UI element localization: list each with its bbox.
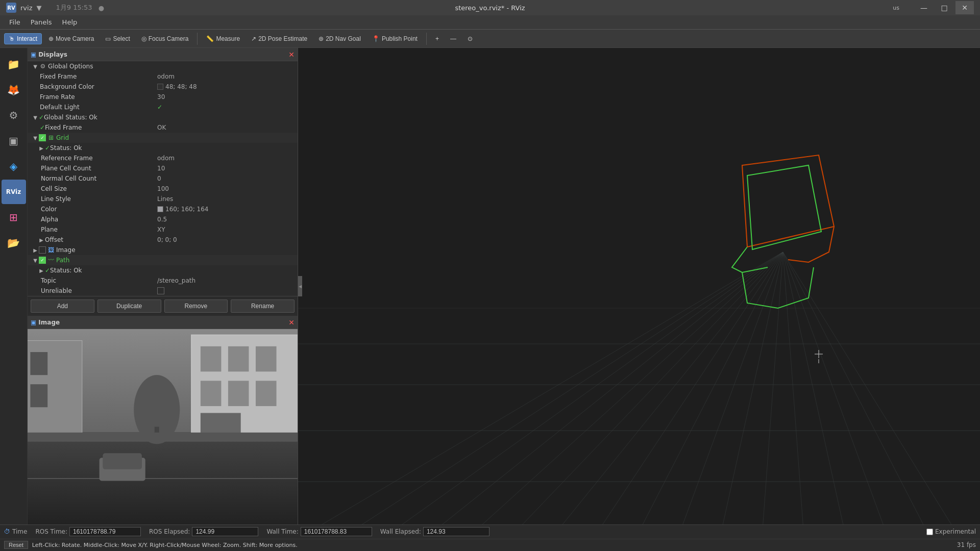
global-status-row[interactable]: ▼ ✓ Global Status: Ok	[28, 112, 298, 122]
grid-checkbox[interactable]: ✓	[39, 134, 46, 141]
interact-btn[interactable]: 🖱 Interact	[4, 33, 42, 44]
line-style-row[interactable]: Line Style Lines	[28, 194, 298, 204]
grid-arrow[interactable]: ▼	[32, 134, 39, 141]
tree-scroll[interactable]: ▼ ⚙ Global Options Fixed Frame	[28, 61, 298, 296]
sidebar-vscode[interactable]: ◈	[2, 154, 26, 179]
default-light-check[interactable]: ✓	[157, 104, 298, 111]
view-minus-btn[interactable]: —	[446, 33, 461, 44]
topic-row[interactable]: Topic /stereo_path	[28, 276, 298, 286]
view-reset-btn[interactable]: ⊙	[463, 33, 477, 44]
reset-btn[interactable]: Reset	[4, 541, 28, 549]
global-status-arrow[interactable]: ▼	[32, 114, 39, 121]
focus-camera-btn[interactable]: ◎ Focus Camera	[137, 33, 193, 44]
frame-rate-row[interactable]: Frame Rate 30	[28, 92, 298, 102]
default-light-row[interactable]: Default Light ✓	[28, 102, 298, 112]
frame-rate-value[interactable]: 30	[157, 93, 298, 101]
sidebar-files[interactable]: 📁	[2, 52, 26, 77]
wall-time-input[interactable]	[301, 527, 372, 536]
duplicate-btn[interactable]: Duplicate	[97, 299, 161, 313]
move-camera-btn[interactable]: ⊕ Move Camera	[44, 33, 99, 44]
global-options-arrow[interactable]: ▼	[32, 63, 39, 70]
grid-status-arrow[interactable]: ▶	[38, 144, 45, 152]
offset-arrow[interactable]: ▶	[38, 236, 45, 243]
remove-btn[interactable]: Remove	[164, 299, 228, 313]
offset-row[interactable]: ▶ Offset 0; 0; 0	[28, 235, 298, 245]
offset-value[interactable]: 0; 0; 0	[157, 236, 298, 243]
fixed-frame-status-row[interactable]: ✓ Fixed Frame OK	[28, 122, 298, 133]
cell-size-value[interactable]: 100	[157, 185, 298, 192]
bg-color-value[interactable]: 48; 48; 48	[157, 83, 298, 90]
toolbar-sep-1	[197, 33, 198, 45]
panel-collapse-handle[interactable]: ◀	[298, 276, 302, 296]
measure-btn[interactable]: 📏 Measure	[202, 33, 244, 44]
menu-file[interactable]: File	[4, 16, 26, 28]
maximize-btn[interactable]: □	[935, 1, 953, 14]
sidebar-settings[interactable]: ⚙	[2, 103, 26, 128]
fixed-frame-row[interactable]: Fixed Frame odom	[28, 71, 298, 82]
plane-label: Plane	[41, 226, 58, 233]
path-arrow[interactable]: ▼	[32, 257, 39, 264]
path-checkbox[interactable]: ✓	[39, 257, 46, 264]
wall-elapsed-input[interactable]	[423, 527, 489, 536]
menu-help[interactable]: Help	[57, 16, 83, 28]
path-status-row[interactable]: ▶ ✓ Status: Ok	[28, 265, 298, 276]
minimize-btn[interactable]: —	[915, 1, 933, 14]
topic-value[interactable]: /stereo_path	[157, 277, 298, 284]
displays-panel-close[interactable]: ✕	[288, 51, 295, 59]
ref-frame-row[interactable]: Reference Frame odom	[28, 153, 298, 163]
plane-cell-count-row[interactable]: Plane Cell Count 10	[28, 163, 298, 173]
grid-status-row[interactable]: ▶ ✓ Status: Ok	[28, 143, 298, 153]
alpha-value[interactable]: 0.5	[157, 216, 298, 223]
bg-color-row[interactable]: Background Color 48; 48; 48	[28, 82, 298, 92]
publish-point-btn[interactable]: 📍 Publish Point	[368, 33, 422, 44]
color-row[interactable]: Color 160; 160; 164	[28, 204, 298, 214]
image-checkbox[interactable]	[39, 246, 46, 254]
unreliable-value[interactable]	[157, 287, 298, 294]
grid-status-label: Status: Ok	[50, 144, 82, 152]
sidebar-rviz[interactable]: RViz	[2, 180, 26, 204]
2d-nav-btn[interactable]: ⊛ 2D Nav Goal	[314, 33, 365, 44]
grid-row[interactable]: ▼ ✓ ⊞ Grid	[28, 133, 298, 143]
menu-panels[interactable]: Panels	[26, 16, 57, 28]
dropdown-arrow[interactable]: ▼	[36, 4, 41, 12]
line-style-value[interactable]: Lines	[157, 195, 298, 203]
normal-cell-count-row[interactable]: Normal Cell Count 0	[28, 173, 298, 184]
view-add-btn[interactable]: +	[431, 33, 444, 44]
3d-viewport[interactable]: ◀	[298, 48, 980, 524]
global-options-row[interactable]: ▼ ⚙ Global Options	[28, 61, 298, 71]
svg-rect-19	[228, 381, 249, 406]
sidebar-browser[interactable]: 🦊	[2, 78, 26, 102]
plane-row[interactable]: Plane XY	[28, 224, 298, 235]
plane-value[interactable]: XY	[157, 226, 298, 233]
plane-cell-count-value[interactable]: 10	[157, 165, 298, 172]
close-btn[interactable]: ✕	[955, 1, 974, 14]
ros-time-input[interactable]	[69, 527, 141, 536]
alpha-row[interactable]: Alpha 0.5	[28, 214, 298, 224]
ref-frame-value[interactable]: odom	[157, 155, 298, 162]
sidebar-matrix[interactable]: ⊞	[2, 205, 26, 230]
unreliable-row[interactable]: Unreliable	[28, 286, 298, 296]
ros-elapsed-input[interactable]	[192, 527, 258, 536]
sidebar-folder2[interactable]: 📂	[2, 231, 26, 255]
2d-pose-btn[interactable]: ↗ 2D Pose Estimate	[247, 33, 312, 44]
time-icon: ⏱	[4, 528, 10, 535]
image-display-row[interactable]: ▶ 🖼 Image	[28, 245, 298, 255]
add-btn[interactable]: Add	[31, 299, 94, 313]
time-row: ⏱ Time ROS Time: ROS Elapsed: Wall Time:…	[0, 525, 980, 539]
color-value[interactable]: 160; 160; 164	[157, 206, 298, 213]
bg-color-label: Background Color	[40, 83, 94, 90]
experimental-checkbox[interactable]	[926, 529, 933, 535]
select-btn[interactable]: ▭ Select	[101, 33, 134, 44]
cell-size-row[interactable]: Cell Size 100	[28, 184, 298, 194]
unreliable-checkbox[interactable]	[157, 287, 164, 294]
fixed-frame-value[interactable]: odom	[157, 73, 298, 80]
path-row[interactable]: ▼ ✓ 〰 Path	[28, 255, 298, 265]
normal-cell-count-value[interactable]: 0	[157, 175, 298, 182]
image-panel-close[interactable]: ✕	[288, 318, 295, 327]
unreliable-label: Unreliable	[41, 287, 72, 294]
sidebar-terminal[interactable]: ▣	[2, 129, 26, 153]
image-panel-header: ▣ Image ✕	[28, 316, 298, 329]
rename-btn[interactable]: Rename	[231, 299, 295, 313]
path-status-arrow[interactable]: ▶	[38, 267, 45, 274]
image-arrow[interactable]: ▶	[32, 246, 39, 254]
